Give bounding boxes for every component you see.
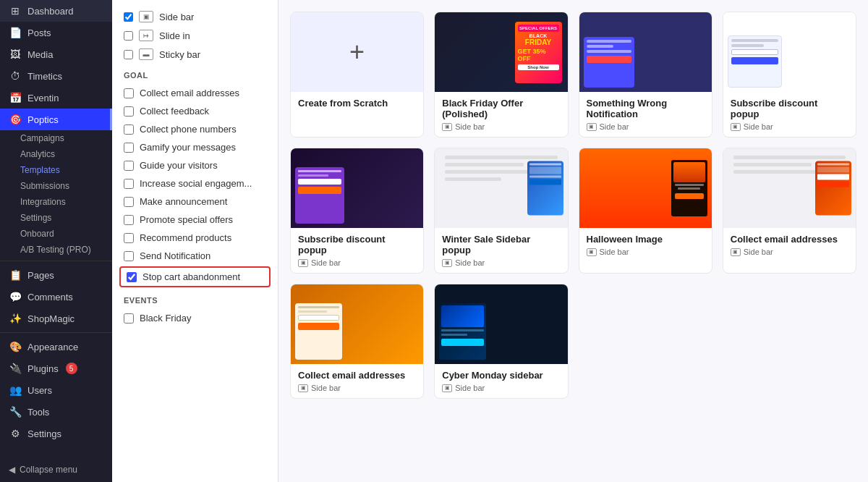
sidebar-sub-settings[interactable]: Settings — [0, 210, 112, 226]
sub2-name: Subscribe discount popup — [298, 234, 416, 255]
filter-announce[interactable]: Make announcement — [112, 193, 278, 211]
template-card-winter[interactable]: Winter Sale Sidebar popup ▣ Side bar — [434, 148, 568, 274]
filter-social[interactable]: Increase social engagem... — [112, 174, 278, 193]
template-card-bf[interactable]: SPECIAL OFFERS BLACKFRIDAY GET 35% OFF S… — [434, 12, 568, 138]
sidebar-sub-onboard[interactable]: Onboard — [0, 226, 112, 242]
create-scratch-name: Create from Scratch — [298, 98, 416, 109]
checkbox-sidebar[interactable] — [124, 12, 133, 22]
sidebar-item-timetics[interactable]: ⏱ Timetics — [0, 65, 112, 87]
filter-guide[interactable]: Guide your visitors — [112, 156, 278, 174]
template-card-cyber[interactable]: Cyber Monday sidebar ▣ Side bar — [434, 284, 568, 399]
sidebar-type-icon: ▣ — [139, 11, 153, 22]
cyber-name: Cyber Monday sidebar — [442, 370, 560, 381]
cyber-info: Cyber Monday sidebar ▣ Side bar — [435, 364, 567, 398]
template-card-email2[interactable]: Collect email addresses ▣ Side bar — [290, 284, 424, 399]
checkbox-social[interactable] — [124, 179, 134, 189]
filter-gamify[interactable]: Gamify your messages — [112, 138, 278, 156]
template-card-sub[interactable]: Subscribe discount popup ▣ Side bar — [723, 12, 856, 138]
sidebar-item-settings-bottom[interactable]: ⚙ Settings — [0, 423, 112, 444]
sidebar-sub-campaigns[interactable]: Campaigns — [0, 130, 112, 146]
sidebar-item-users[interactable]: 👥 Users — [0, 379, 112, 401]
filter-type-sidebar: ▣ Side bar — [112, 7, 278, 26]
sidebar-item-appearance[interactable]: 🎨 Appearance — [0, 336, 112, 358]
checkbox-special-offers[interactable] — [124, 215, 134, 225]
filter-special-offers[interactable]: Promote special offers — [112, 211, 278, 229]
templates-grid: + Create from Scratch SPECIAL OFFERS BLA… — [290, 12, 856, 399]
posts-icon: 📄 — [9, 27, 22, 38]
sidebar-item-tools[interactable]: 🔧 Tools — [0, 401, 112, 423]
email2-type: ▣ Side bar — [298, 384, 416, 392]
checkbox-collect-phone[interactable] — [124, 124, 134, 135]
checkbox-stickybar[interactable] — [124, 50, 133, 59]
checkbox-collect-email[interactable] — [124, 88, 134, 98]
halloween-thumb — [579, 148, 712, 228]
template-card-sw[interactable]: Something Wrong Notification ▣ Side bar — [579, 12, 712, 138]
appearance-icon: 🎨 — [9, 341, 22, 352]
sidebar-sub-analytics[interactable]: Analytics — [0, 146, 112, 162]
checkbox-collect-feedback[interactable] — [124, 106, 134, 117]
checkbox-announce[interactable] — [124, 197, 134, 207]
winter-info: Winter Sale Sidebar popup ▣ Side bar — [435, 228, 567, 273]
sub2-info: Subscribe discount popup ▣ Side bar — [291, 228, 423, 273]
filter-collect-email[interactable]: Collect email addresses — [112, 84, 278, 102]
plugins-badge: 5 — [66, 363, 77, 374]
checkbox-send-notif[interactable] — [124, 251, 134, 261]
cyber-type-icon: ▣ — [442, 384, 452, 392]
timetics-icon: ⏱ — [9, 70, 22, 82]
bf-type: ▣ Side bar — [442, 122, 560, 131]
email2-type-icon: ▣ — [298, 384, 308, 392]
template-card-sub2[interactable]: Subscribe discount popup ▣ Side bar — [290, 148, 424, 274]
dashboard-icon: ⊞ — [9, 5, 22, 17]
media-icon: 🖼 — [9, 48, 22, 60]
events-section-title: EVENTS — [112, 289, 278, 309]
sidebar-item-comments[interactable]: 💬 Comments — [0, 286, 112, 308]
checkbox-slidein[interactable] — [124, 31, 133, 41]
checkbox-black-friday[interactable] — [124, 313, 134, 324]
create-scratch-card[interactable]: + Create from Scratch — [290, 12, 424, 138]
sw-info: Something Wrong Notification ▣ Side bar — [579, 92, 712, 137]
sub2-type: ▣ Side bar — [298, 258, 416, 267]
filter-black-friday[interactable]: Black Friday — [112, 309, 278, 327]
comments-icon: 💬 — [9, 291, 22, 303]
sidebar: ⊞ Dashboard 📄 Posts 🖼 Media ⏱ Timetics 📅… — [0, 0, 112, 482]
stickybar-type-icon: ▬ — [139, 48, 153, 60]
sidebar-item-shopmagic[interactable]: ✨ ShopMagic — [0, 308, 112, 329]
sidebar-item-media[interactable]: 🖼 Media — [0, 43, 112, 65]
filter-recommend[interactable]: Recommend products — [112, 229, 278, 247]
filter-send-notif[interactable]: Send Notification — [112, 247, 278, 265]
filter-collect-phone[interactable]: Collect phone numbers — [112, 120, 278, 138]
sw-type: ▣ Side bar — [587, 122, 705, 131]
sidebar-item-posts[interactable]: 📄 Posts — [0, 22, 112, 43]
sidebar-sub-ab-testing[interactable]: A/B Testing (PRO) — [0, 242, 112, 258]
email1-type-icon: ▣ — [731, 248, 741, 256]
bf-type-icon: ▣ — [442, 123, 452, 131]
settings-icon: ⚙ — [9, 428, 22, 439]
filter-collect-feedback[interactable]: Collect feedback — [112, 102, 278, 120]
filter-type-stickybar: ▬ Sticky bar — [112, 45, 278, 64]
template-card-email1[interactable]: Collect email addresses ▣ Side bar — [723, 148, 856, 274]
sidebar-item-dashboard[interactable]: ⊞ Dashboard — [0, 0, 112, 22]
checkbox-stop-cart[interactable] — [127, 272, 137, 282]
bf-info: Black Friday Offer (Polished) ▣ Side bar — [435, 92, 567, 137]
filter-panel: ▣ Side bar ↦ Slide in ▬ Sticky bar GOAL … — [112, 0, 278, 482]
sidebar-item-plugins[interactable]: 🔌 Plugins 5 — [0, 358, 112, 379]
collapse-menu-button[interactable]: ◀ Collapse menu — [0, 457, 112, 482]
sidebar-item-pages[interactable]: 📋 Pages — [0, 264, 112, 286]
sw-type-icon: ▣ — [587, 123, 597, 131]
checkbox-recommend[interactable] — [124, 233, 134, 243]
bf-thumb: SPECIAL OFFERS BLACKFRIDAY GET 35% OFF S… — [435, 12, 567, 92]
sw-name: Something Wrong Notification — [587, 98, 705, 119]
template-card-halloween[interactable]: Halloween Image ▣ Side bar — [579, 148, 712, 274]
checkbox-gamify[interactable] — [124, 143, 134, 153]
tools-icon: 🔧 — [9, 406, 22, 418]
bf-name: Black Friday Offer (Polished) — [442, 98, 560, 119]
filter-stop-cart[interactable]: Stop cart abandonment — [119, 266, 271, 287]
divider-1 — [0, 261, 112, 261]
create-scratch-info: Create from Scratch — [291, 92, 423, 117]
sidebar-sub-templates[interactable]: Templates — [0, 162, 112, 178]
sidebar-sub-submissions[interactable]: Submissions — [0, 178, 112, 194]
sidebar-item-eventin[interactable]: 📅 Eventin — [0, 87, 112, 109]
checkbox-guide[interactable] — [124, 161, 134, 171]
sidebar-sub-integrations[interactable]: Integrations — [0, 194, 112, 210]
sidebar-item-poptics[interactable]: 🎯 Poptics — [0, 109, 112, 130]
